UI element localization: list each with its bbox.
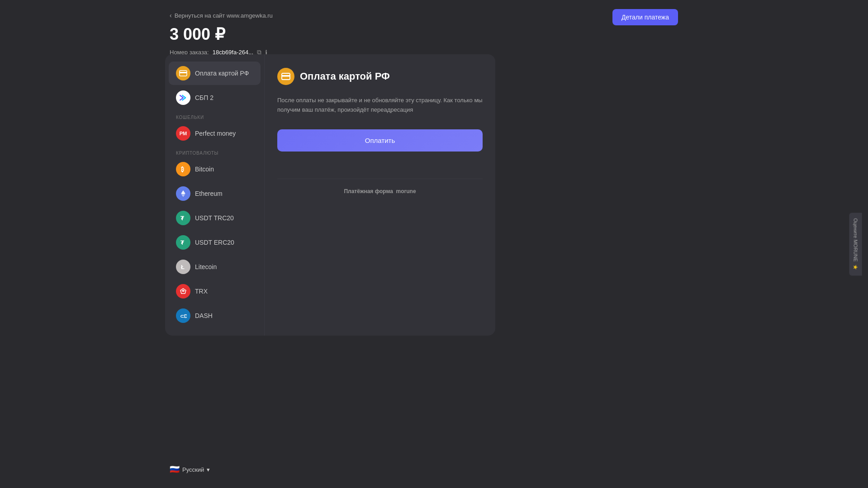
- sidebar-item-dash[interactable]: ⊂D DASH: [169, 304, 261, 327]
- pm-icon: PM: [176, 126, 190, 141]
- back-link[interactable]: ‹ Вернуться на сайт www.amgewka.ru: [170, 12, 273, 19]
- svg-marker-10: [181, 289, 185, 292]
- content-title: Оплата картой РФ: [277, 68, 483, 85]
- sidebar-item-litecoin[interactable]: Ł Litecoin: [169, 255, 261, 279]
- sidebar-item-trx[interactable]: TRX: [169, 280, 261, 303]
- usdt-erc-label: USDT ERC20: [195, 239, 234, 246]
- svg-rect-13: [282, 75, 290, 77]
- btc-label: Bitcoin: [195, 166, 214, 173]
- payment-sidebar: Оплата картой РФ СБП 2 КОШЕЛЬКИ PM Perfe…: [165, 54, 265, 336]
- usdt-trc-label: USDT TRC20: [195, 214, 234, 222]
- usdt-trc-icon: ₮: [176, 211, 190, 225]
- eth-icon: [176, 186, 190, 201]
- trx-icon: [176, 284, 190, 298]
- dash-label: DASH: [195, 312, 213, 319]
- pm-label: Perfect money: [195, 130, 236, 137]
- payment-content: Оплата картой РФ После оплаты не закрыва…: [265, 54, 495, 336]
- footer-label: Платёжная форма: [344, 188, 393, 194]
- language-flag: 🇷🇺: [170, 464, 180, 474]
- content-title-icon: [277, 68, 294, 85]
- sidebar-item-card-rf[interactable]: Оплата картой РФ: [169, 62, 261, 85]
- usdt-erc-icon: ₮: [176, 235, 190, 250]
- svg-text:⊂D: ⊂D: [180, 313, 187, 319]
- dash-icon: ⊂D: [176, 308, 190, 323]
- sidebar-item-usdt-trc20[interactable]: ₮ USDT TRC20: [169, 206, 261, 230]
- svg-text:Ł: Ł: [181, 264, 185, 270]
- rating-tab-label: Оцените MORUNE: [853, 218, 858, 261]
- language-selector[interactable]: 🇷🇺 Русский ▾: [170, 464, 210, 474]
- footer-brand: Платёжная форма morune: [277, 179, 483, 194]
- payment-description: После оплаты не закрывайте и не обновляй…: [277, 96, 483, 115]
- ltc-label: Litecoin: [195, 263, 217, 270]
- svg-rect-1: [180, 72, 187, 73]
- rating-tab[interactable]: Оцените MORUNE ★: [849, 213, 862, 275]
- back-arrow-icon: ‹: [170, 12, 172, 19]
- ltc-icon: Ł: [176, 260, 190, 274]
- details-button[interactable]: Детали платежа: [612, 9, 678, 25]
- btc-icon: ₿: [176, 162, 190, 176]
- footer-brand-name: morune: [396, 188, 416, 194]
- sidebar-item-sbp[interactable]: СБП 2: [169, 86, 261, 109]
- card-rf-label: Оплата картой РФ: [195, 70, 249, 77]
- svg-text:₿: ₿: [181, 166, 184, 173]
- amount-display: 3 000 ₽: [170, 25, 267, 44]
- sbp-icon: [176, 90, 190, 105]
- svg-text:₮: ₮: [180, 240, 185, 246]
- crypto-section-label: КРИПТОВАЛЮТЫ: [169, 146, 261, 157]
- sidebar-item-usdt-erc20[interactable]: ₮ USDT ERC20: [169, 231, 261, 254]
- trx-label: TRX: [195, 288, 208, 295]
- back-link-text: Вернуться на сайт www.amgewka.ru: [175, 12, 273, 19]
- rating-star-icon: ★: [852, 264, 859, 270]
- wallets-section-label: КОШЕЛЬКИ: [169, 110, 261, 122]
- sidebar-item-perfect-money[interactable]: PM Perfect money: [169, 122, 261, 145]
- svg-text:₮: ₮: [180, 215, 185, 222]
- sbp-label: СБП 2: [195, 94, 213, 101]
- amount-section: 3 000 ₽ Номер заказа: 18cb69fa-264... ⧉ …: [170, 25, 267, 56]
- sidebar-item-ethereum[interactable]: Ethereum: [169, 182, 261, 205]
- pay-button[interactable]: Оплатить: [277, 129, 483, 152]
- eth-label: Ethereum: [195, 190, 223, 197]
- chevron-down-icon: ▾: [207, 466, 210, 473]
- content-title-text: Оплата картой РФ: [300, 71, 390, 82]
- svg-marker-4: [181, 190, 185, 195]
- sidebar-item-bitcoin[interactable]: ₿ Bitcoin: [169, 157, 261, 181]
- card-rf-icon: [176, 66, 190, 81]
- language-label: Русский: [182, 466, 204, 473]
- main-card: Оплата картой РФ СБП 2 КОШЕЛЬКИ PM Perfe…: [165, 54, 495, 336]
